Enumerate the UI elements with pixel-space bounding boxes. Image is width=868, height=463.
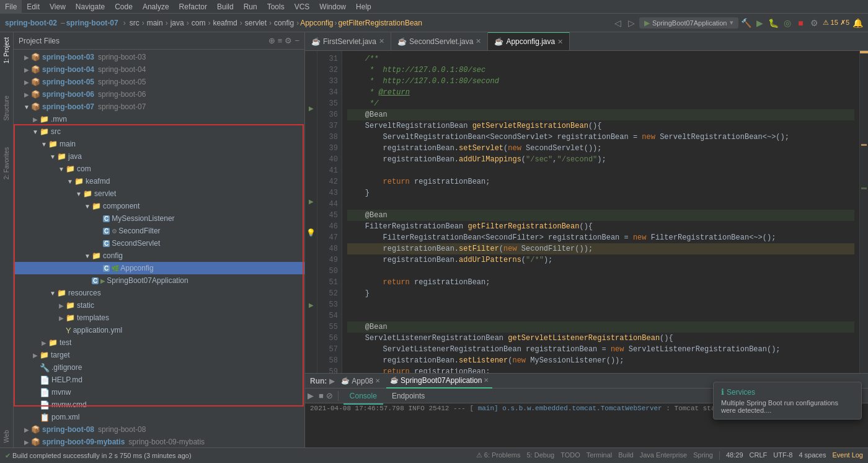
tree-templates[interactable]: ▶ 📁 templates (14, 312, 304, 324)
tree-pom-xml[interactable]: ▶ 📋 pom.xml (14, 411, 304, 423)
forward-icon[interactable]: ▷ (626, 17, 637, 29)
tree-application-yml[interactable]: ▶ Y application.yml (14, 324, 304, 336)
tree-src[interactable]: ▼ 📁 src (14, 125, 304, 138)
tree-spring-boot-03[interactable]: ▶ 📦 spring-boot-03 spring-boot-03 (14, 51, 304, 63)
debug-icon[interactable]: 🐛 (768, 17, 779, 29)
run-config-selector[interactable]: ▶ SpringBoot07Application ▾ (639, 17, 738, 29)
tree-target[interactable]: ▶ 📁 target (14, 349, 304, 361)
menu-vcs[interactable]: VCS (290, 0, 315, 14)
tree-java[interactable]: ▼ 📁 java (14, 150, 304, 163)
event-log-btn[interactable]: Event Log (832, 451, 863, 460)
menu-view[interactable]: View (45, 0, 71, 14)
tree-spring-boot-08[interactable]: ▶ 📦 spring-boot-08 spring-boot-08 (14, 423, 304, 436)
menu-refactor[interactable]: Refactor (174, 0, 212, 14)
tree-secondfilter[interactable]: ▶ C ⚙ SecondFilter (14, 225, 304, 237)
menu-help[interactable]: Help (351, 0, 376, 14)
console-run-icon[interactable]: ▶ (308, 391, 314, 400)
tree-springboot07app[interactable]: ▶ C ▶ SpringBoot07Application (14, 274, 304, 287)
back-icon[interactable]: ◁ (612, 17, 623, 29)
line-sep-indicator[interactable]: CRLF (750, 451, 768, 460)
menu-edit[interactable]: Edit (22, 0, 45, 14)
console-clear-icon[interactable]: ⊘ (326, 391, 333, 400)
tree-mysessionlistener[interactable]: ▶ C MySessionListener (14, 212, 304, 225)
tab-secondservlet[interactable]: ☕ SecondServlet.java ✕ (391, 32, 488, 51)
console-stop-icon[interactable]: ■ (319, 391, 324, 400)
tab-appconfig[interactable]: ☕ Appconfig.java ✕ (488, 32, 570, 51)
tree-mvnw-cmd[interactable]: ▶ 📄 mvnw.cmd (14, 398, 304, 411)
tree-spring-boot-07[interactable]: ▼ 📦 spring-boot-07 spring-boot-07 (14, 101, 304, 113)
todo-status[interactable]: TODO (560, 451, 580, 460)
tree-keafmd[interactable]: ▼ 📁 keafmd (14, 175, 304, 187)
menu-build[interactable]: Build (212, 0, 239, 14)
build-icon[interactable]: 🔨 (741, 17, 752, 29)
tab-firstservlet[interactable]: ☕ FirstServlet.java ✕ (305, 32, 391, 51)
settings-icon[interactable]: ⚙ (809, 17, 820, 29)
tree-static[interactable]: ▶ 📁 static (14, 299, 304, 312)
spring-marker: 🌿 (112, 265, 119, 272)
tab-label-secondservlet: SecondServlet.java (409, 37, 473, 46)
run-tab-app07[interactable]: ☕ SpringBoot07Application ✕ (386, 374, 492, 389)
tree-config[interactable]: ▼ 📁 config (14, 249, 304, 262)
run-icon-btn[interactable]: ▶ (329, 377, 335, 385)
gear-icon[interactable]: ⚙ (285, 36, 292, 45)
tree-secondservlet[interactable]: ▶ C SecondServlet (14, 237, 304, 249)
menu-run[interactable]: Run (239, 0, 262, 14)
run-tab-app07-close[interactable]: ✕ (484, 377, 489, 384)
minimize-icon[interactable]: − (294, 36, 299, 45)
debug-status[interactable]: 5: Debug (526, 451, 554, 460)
run-icon[interactable]: ▶ (755, 17, 766, 29)
code-content[interactable]: /** * http://127.0.0.1:80/sec * http://1… (342, 51, 859, 373)
line-col-indicator[interactable]: 48:29 (726, 451, 743, 460)
menu-navigate[interactable]: Navigate (71, 0, 110, 14)
left-tab-project[interactable]: 1: Project (2, 35, 11, 66)
indent-indicator[interactable]: 4 spaces (799, 451, 826, 460)
tree-component[interactable]: ▼ 📁 component (14, 200, 304, 212)
build-status-btn[interactable]: Build (618, 451, 633, 460)
coverage-icon[interactable]: ◎ (782, 17, 793, 29)
tree-help-md[interactable]: ▶ 📄 HELP.md (14, 374, 304, 386)
menu-file[interactable]: File (0, 0, 22, 14)
stop-icon[interactable]: ■ (795, 17, 807, 29)
run-tab-app08[interactable]: ☕ App08 ✕ (337, 374, 384, 389)
run-config-dropdown[interactable]: ▾ (730, 19, 733, 27)
tree-servlet[interactable]: ▼ 📁 servlet (14, 187, 304, 200)
gutter-warn-48[interactable]: 💡 (305, 227, 317, 238)
tab-close-appconfig[interactable]: ✕ (557, 38, 563, 46)
left-tab-web[interactable]: Web (2, 428, 11, 445)
spring-status[interactable]: Spring (693, 451, 713, 460)
java-enterprise-status[interactable]: Java Enterprise (640, 451, 687, 460)
tree-spring-boot-04[interactable]: ▶ 📦 spring-boot-04 spring-boot-04 (14, 63, 304, 76)
menu-tools[interactable]: Tools (262, 0, 290, 14)
left-tab-favorites[interactable]: 2: Favorites (2, 145, 11, 182)
tree-mvnw[interactable]: ▶ 📄 mvnw (14, 386, 304, 398)
tree-spring-boot-05[interactable]: ▶ 📦 spring-boot-05 spring-boot-05 (14, 76, 304, 88)
folder-icon-resources: 📁 (57, 289, 66, 297)
tree-resources[interactable]: ▼ 📁 resources (14, 287, 304, 299)
terminal-status[interactable]: Terminal (587, 451, 613, 460)
tab-console[interactable]: Console (343, 387, 383, 405)
encoding-indicator[interactable]: UTF-8 (773, 451, 792, 460)
tab-endpoints[interactable]: Endpoints (386, 387, 431, 405)
tree-com[interactable]: ▼ 📁 com (14, 163, 304, 175)
tree-test[interactable]: ▶ 📁 test (14, 336, 304, 349)
tree-spring-boot-06[interactable]: ▶ 📦 spring-boot-06 spring-boot-06 (14, 88, 304, 101)
sync-icon[interactable]: ⊕ (268, 36, 275, 45)
run-tab-app08-close[interactable]: ✕ (375, 377, 380, 384)
left-tab-structure[interactable]: Structure (2, 93, 11, 124)
module-name-07: spring-boot-07 (98, 102, 146, 111)
notifications-icon[interactable]: 🔔 (852, 17, 863, 29)
tree-spring-boot-09[interactable]: ▶ 📦 spring-boot-09-mybatis spring-boot-0… (14, 436, 304, 447)
tree-mvn[interactable]: ▶ 📁 .mvn (14, 113, 304, 125)
tree-main[interactable]: ▼ 📁 main (14, 138, 304, 150)
tree-appconfig[interactable]: ▶ C 🌿 Appconfig (14, 262, 304, 274)
tab-close-secondservlet[interactable]: ✕ (476, 37, 481, 45)
collapse-icon[interactable]: ≡ (278, 36, 283, 45)
menu-code[interactable]: Code (110, 0, 138, 14)
menu-window[interactable]: Window (314, 0, 351, 14)
tree-gitignore[interactable]: ▶ 🔧 .gitignore (14, 361, 304, 374)
tab-close-firstservlet[interactable]: ✕ (379, 37, 384, 45)
tab-icon-appconfig: ☕ (494, 37, 503, 46)
problems-icon[interactable]: ⚠ 6: Problems (476, 451, 521, 460)
menu-analyze[interactable]: Analyze (138, 0, 174, 14)
folder-label-config: config (103, 251, 123, 260)
